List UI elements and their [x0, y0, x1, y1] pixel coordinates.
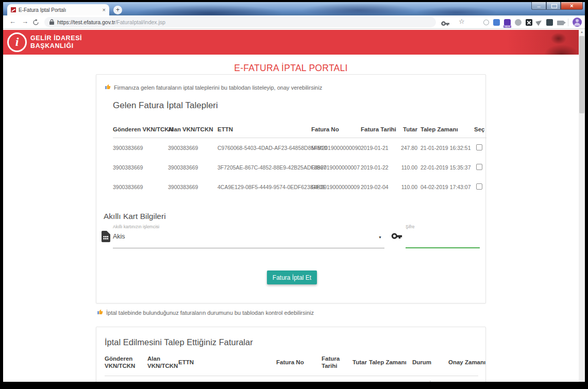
scrollbar[interactable]: ▲	[579, 29, 585, 382]
incoming-table: Gönderen VKN/TCKN Alan VKN/TCKN ETTN Fat…	[113, 121, 486, 197]
window-titlebar: E-Fatura İptal Portalı × + – ×	[3, 2, 585, 15]
forward-icon[interactable]: →	[22, 18, 28, 26]
incoming-header-row: Gönderen VKN/TCKN Alan VKN/TCKN ETTN Fat…	[113, 121, 486, 138]
cell-tutar: 110.00	[398, 158, 421, 177]
window-close-button[interactable]: ×	[561, 2, 583, 10]
padlock-icon	[49, 18, 54, 27]
col-alan: Alan VKN/TCKN	[168, 121, 217, 138]
extension-icon-1[interactable]	[483, 20, 489, 25]
col-fatura-no: Fatura No	[276, 354, 322, 376]
tab-favicon-icon	[11, 7, 16, 12]
back-icon[interactable]: ←	[9, 18, 16, 26]
smartcard-section-title: Akıllı Kart Bilgileri	[104, 212, 166, 221]
extension-icon-4[interactable]	[515, 19, 522, 26]
select-underline	[113, 248, 384, 248]
table-row: 3900383669 3900383669 3F7205AE-867C-4852…	[113, 158, 486, 177]
thumbs-up-icon	[97, 309, 104, 316]
cell-talep-zamani: 04-02-2019 17:43:07	[421, 177, 474, 197]
col-gonderen: Gönderen VKN/TCKN	[113, 121, 168, 138]
browser-tab[interactable]: E-Fatura İptal Portalı ×	[7, 4, 109, 15]
reload-icon[interactable]	[32, 19, 39, 28]
cell-gonderen: 3900383669	[113, 138, 168, 158]
url-text: https://test.efatura.gov.tr/FaturaIptal/…	[57, 19, 165, 25]
new-badge: NEW	[503, 25, 511, 28]
col-durum: Durum	[412, 354, 448, 376]
cell-alan: 3900383669	[168, 158, 217, 177]
tab-close-icon[interactable]: ×	[103, 7, 106, 12]
org-name-line1: GELİR İDARESİ	[30, 35, 82, 42]
bookmark-star-icon[interactable]: ☆	[459, 18, 465, 25]
cell-tutar: 247.80	[398, 138, 421, 158]
cell-gonderen: 3900383669	[113, 158, 168, 177]
password-key-icon[interactable]	[441, 19, 449, 28]
caret-down-icon[interactable]: ▼	[378, 235, 382, 239]
outgoing-table-title: İptal Edilmesini Talep Ettiğiniz Fatural…	[105, 337, 253, 347]
window-maximize-button[interactable]	[546, 2, 561, 10]
scrollbar-up-icon[interactable]: ▲	[579, 29, 585, 36]
password-label: Şifre	[406, 224, 414, 229]
extension-icon-7[interactable]	[546, 19, 553, 26]
col-fatura-tarihi: FaturaTarihi	[322, 354, 352, 376]
cell-alan: 3900383669	[168, 177, 217, 197]
cell-fatura-no: MIM2019000000090	[311, 138, 361, 158]
col-tutar: Tutar	[398, 121, 421, 138]
col-fatura-tarihi: Fatura Tarihi	[361, 121, 398, 138]
cell-tutar: 15.75	[352, 376, 369, 382]
org-name-line2: BAŞKANLIĞI	[30, 42, 82, 50]
col-fatura-no: Fatura No	[311, 121, 361, 138]
cell-gonderen: 3900383669	[105, 376, 147, 382]
cell-fatura-no: GIB2019000000009	[311, 177, 361, 197]
profile-avatar[interactable]	[573, 18, 582, 27]
outgoing-info-line: İptal talebinde bulunduğunuz faturaların…	[97, 309, 314, 316]
address-bar[interactable]: https://test.efatura.gov.tr/FaturaIptal/…	[44, 17, 436, 27]
col-sec: Seç	[474, 121, 486, 138]
cell-ettn: C9760068-5403-4DAD-AF23-64858D85FB10	[217, 138, 311, 158]
cell-durum: Fatura İptalEdildi	[412, 376, 448, 382]
table-row: 3900383669 3900383669 4CA9E129-08F5-4449…	[113, 177, 486, 197]
extension-icon-5[interactable]	[526, 19, 532, 26]
col-tutar: Tutar	[352, 354, 369, 376]
smartcard-processor-select[interactable]: Akis	[113, 233, 125, 240]
tab-title: E-Fatura İptal Portalı	[19, 7, 100, 13]
extension-camera-icon[interactable]	[557, 21, 564, 25]
extension-icon-6[interactable]	[535, 19, 543, 26]
table-row: 3900383669 3900383669 C9760068-5403-4DAD…	[113, 138, 486, 158]
org-name: GELİR İDARESİ BAŞKANLIĞI	[30, 35, 82, 50]
cell-talep-zamani: 06-12-2018	[369, 376, 412, 382]
cell-alan: 3900383669	[168, 138, 217, 158]
cell-ettn: 4CA9E129-08F5-4449-9574-0EDF62384F3E	[217, 177, 311, 197]
row-select-checkbox[interactable]	[476, 183, 482, 190]
cell-gonderen: 3900383669	[113, 177, 168, 197]
toolbar-divider	[568, 19, 568, 26]
col-ettn: ETTN	[217, 121, 311, 138]
cell-onay-zamani: 21-01-2019	[448, 376, 478, 382]
cell-alan: 3900383669	[147, 376, 178, 382]
new-tab-button[interactable]: +	[113, 6, 122, 14]
cell-fatura-tarihi: 2019-01-22	[361, 158, 398, 177]
browser-toolbar: ← → https://test.efatura.gov.tr/FaturaIp…	[3, 15, 585, 29]
extensions-area: NEW	[483, 18, 585, 27]
cell-fatura-no: GIB2018000000104	[276, 376, 322, 382]
window-controls: – ×	[531, 2, 583, 10]
incoming-info-line: Firmanıza gelen faturaların iptal talepl…	[105, 84, 322, 91]
col-talep-zamani: Talep Zamanı	[369, 354, 412, 376]
col-ettn: ETTN	[178, 354, 276, 376]
thumbs-up-icon	[105, 84, 111, 91]
col-onay-zamani: Onay Zamanı	[448, 354, 478, 376]
extension-lock-icon[interactable]: NEW	[504, 19, 511, 26]
window-minimize-button[interactable]: –	[531, 2, 546, 10]
cell-ettn: 3F7205AE-867C-4852-88E9-42B25ADF8967	[217, 158, 311, 177]
password-input[interactable]	[406, 232, 480, 248]
outgoing-info-text: İptal talebinde bulunduğunuz faturaların…	[106, 310, 314, 316]
scrollbar-thumb[interactable]	[579, 36, 584, 113]
cell-tutar: 110.00	[398, 177, 421, 197]
incoming-info-text: Firmanıza gelen faturaların iptal talepl…	[114, 84, 322, 91]
row-select-checkbox[interactable]	[476, 144, 482, 150]
extension-icon-2[interactable]	[493, 19, 500, 26]
cell-talep-zamani: 21-01-2019 16:32:51	[421, 138, 474, 158]
cancel-invoice-button[interactable]: Fatura İptal Et	[267, 270, 317, 284]
header-portrait-image	[507, 30, 579, 55]
row-select-checkbox[interactable]	[476, 164, 482, 170]
col-alan: AlanVKN/TCKN	[147, 354, 178, 376]
key-icon	[391, 232, 402, 242]
